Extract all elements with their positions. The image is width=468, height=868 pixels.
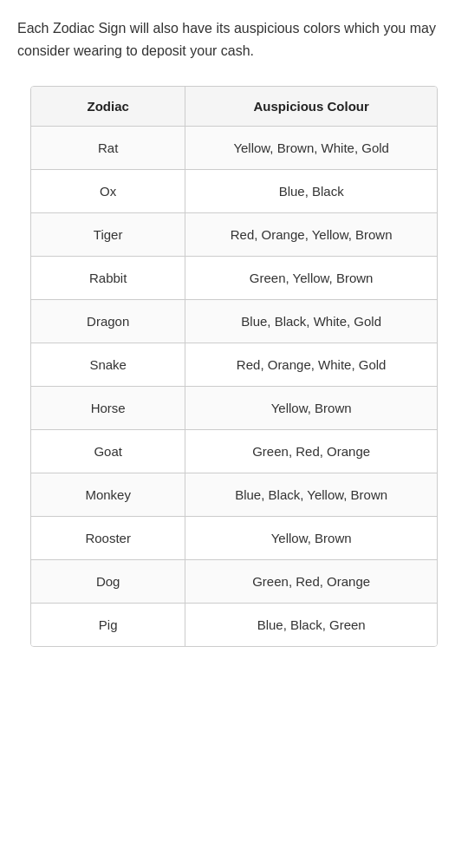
table-row: GoatGreen, Red, Orange — [31, 430, 437, 473]
zodiac-cell: Dragon — [31, 300, 185, 343]
table-row: HorseYellow, Brown — [31, 387, 437, 430]
column-header-zodiac: Zodiac — [31, 87, 185, 127]
zodiac-cell: Dog — [31, 560, 185, 604]
colour-cell: Green, Yellow, Brown — [185, 257, 437, 300]
table-row: RabbitGreen, Yellow, Brown — [31, 257, 437, 300]
zodiac-cell: Rabbit — [31, 257, 185, 300]
intro-paragraph: Each Zodiac Sign will also have its ausp… — [17, 17, 451, 62]
colour-cell: Red, Orange, White, Gold — [185, 343, 437, 387]
table-row: DogGreen, Red, Orange — [31, 560, 437, 604]
table-header-row: Zodiac Auspicious Colour — [31, 87, 437, 127]
table-row: RoosterYellow, Brown — [31, 517, 437, 560]
colour-cell: Yellow, Brown — [185, 387, 437, 430]
table-row: MonkeyBlue, Black, Yellow, Brown — [31, 473, 437, 517]
zodiac-cell: Rooster — [31, 517, 185, 560]
colour-cell: Blue, Black, White, Gold — [185, 300, 437, 343]
zodiac-cell: Rat — [31, 127, 185, 170]
table-row: OxBlue, Black — [31, 170, 437, 213]
zodiac-cell: Monkey — [31, 473, 185, 517]
colour-cell: Green, Red, Orange — [185, 560, 437, 604]
table-row: TigerRed, Orange, Yellow, Brown — [31, 213, 437, 257]
colour-cell: Blue, Black, Green — [185, 604, 437, 647]
colour-cell: Yellow, Brown — [185, 517, 437, 560]
column-header-colour: Auspicious Colour — [185, 87, 437, 127]
zodiac-cell: Goat — [31, 430, 185, 473]
table-row: PigBlue, Black, Green — [31, 604, 437, 647]
zodiac-cell: Tiger — [31, 213, 185, 257]
table-row: RatYellow, Brown, White, Gold — [31, 127, 437, 170]
zodiac-cell: Pig — [31, 604, 185, 647]
colour-cell: Yellow, Brown, White, Gold — [185, 127, 437, 170]
table-row: DragonBlue, Black, White, Gold — [31, 300, 437, 343]
colour-cell: Blue, Black, Yellow, Brown — [185, 473, 437, 517]
colour-cell: Green, Red, Orange — [185, 430, 437, 473]
colour-cell: Red, Orange, Yellow, Brown — [185, 213, 437, 257]
zodiac-table-container: Zodiac Auspicious Colour RatYellow, Brow… — [30, 86, 438, 647]
zodiac-cell: Snake — [31, 343, 185, 387]
colour-cell: Blue, Black — [185, 170, 437, 213]
zodiac-cell: Horse — [31, 387, 185, 430]
table-row: SnakeRed, Orange, White, Gold — [31, 343, 437, 387]
zodiac-cell: Ox — [31, 170, 185, 213]
zodiac-table: Zodiac Auspicious Colour RatYellow, Brow… — [31, 87, 437, 646]
